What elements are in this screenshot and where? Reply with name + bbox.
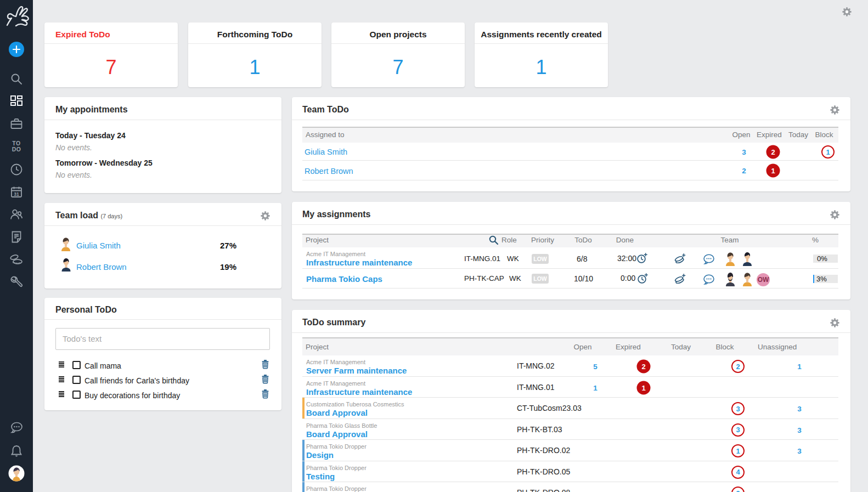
svg-text:31: 31 <box>14 191 19 197</box>
